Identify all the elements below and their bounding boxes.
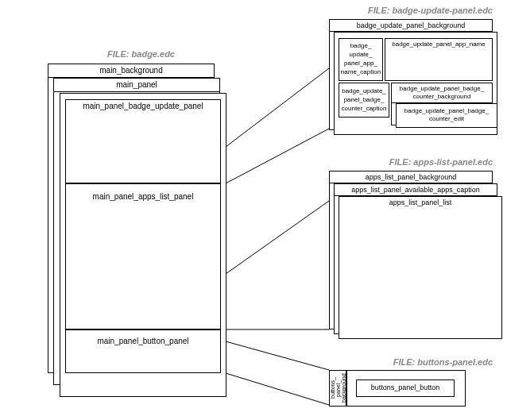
badge-update-background-label: badge_update_panel_background: [330, 20, 492, 29]
badge-counter-background: badge_update_panel_badge_ counter_backgr…: [391, 83, 493, 103]
main-background: main_background: [48, 64, 215, 78]
file-label-buttons: FILE: buttons-panel.edc: [318, 357, 493, 367]
svg-line-2: [226, 201, 329, 274]
buttons-background: buttons_ panel_ background: [329, 370, 346, 407]
apps-list-background-label: apps_list_panel_background: [330, 171, 492, 181]
badge-counter-edit: badge_update_panel_badge_ counter_edit: [396, 103, 497, 128]
svg-line-0: [226, 68, 329, 147]
main-panel: main_panel: [53, 78, 220, 92]
main-panel-apps-list-panel: main_panel_apps_list_panel: [65, 183, 221, 329]
svg-line-5: [226, 373, 329, 405]
main-panel-label: main_panel: [54, 79, 219, 89]
main-panel-button-panel: main_panel_button_panel: [65, 329, 221, 373]
svg-line-4: [226, 341, 329, 370]
apps-list-list-label: apps_list_panel_list: [339, 197, 501, 206]
main-background-label: main_background: [48, 64, 214, 75]
file-label-badge-update: FILE: badge-update-panel.edc: [318, 6, 493, 15]
badge-app-name: badge_update_panel_app_name: [385, 38, 493, 81]
svg-line-1: [226, 129, 329, 183]
main-panel-button-panel-label: main_panel_button_panel: [66, 330, 220, 345]
buttons-background-label: buttons_ panel_ background: [330, 371, 346, 406]
buttons-button-label: buttons_panel_button: [357, 380, 454, 391]
badge-counter-caption: badge_update_ panel_badge_ counter_capti…: [339, 83, 389, 118]
badge-update-background: badge_update_panel_background: [329, 19, 493, 32]
main-panel-badge-update-panel-label: main_panel_badge_update_panel: [66, 100, 220, 110]
file-label-apps-list: FILE: apps-list-panel.edc: [318, 157, 493, 167]
main-panel-apps-list-panel-label: main_panel_apps_list_panel: [66, 184, 220, 201]
apps-list-background: apps_list_panel_background: [329, 171, 493, 183]
file-label-badge: FILE: badge.edc: [48, 49, 175, 59]
badge-name-caption: badge_ update_ panel_app_ name_caption: [339, 38, 383, 81]
main-panel-badge-update-panel: main_panel_badge_update_panel: [65, 99, 221, 183]
apps-list-caption-label: apps_list_panel_available_apps_caption: [335, 184, 497, 194]
apps-list-list: apps_list_panel_list: [339, 196, 502, 339]
buttons-button: buttons_panel_button: [356, 380, 455, 397]
apps-list-caption: apps_list_panel_available_apps_caption: [334, 183, 497, 196]
badge-app-name-label: badge_update_panel_app_name: [385, 39, 492, 48]
